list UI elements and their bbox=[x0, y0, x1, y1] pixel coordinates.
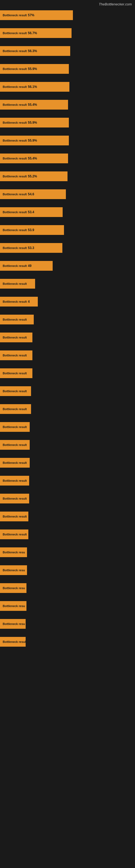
bar-row: Bottleneck result54.6 bbox=[0, 186, 135, 202]
bar: Bottleneck result55.9% bbox=[0, 135, 69, 145]
bar-row: Bottleneck result bbox=[0, 276, 135, 291]
bar-label: Bottleneck result bbox=[2, 479, 27, 482]
bar-wrapper: Bottleneck result bbox=[0, 635, 135, 648]
bar-label: Bottleneck result bbox=[2, 390, 27, 393]
bar-wrapper: Bottleneck result4 bbox=[0, 295, 135, 308]
bar-wrapper: Bottleneck result bbox=[0, 349, 135, 362]
bar-wrapper: Bottleneck result bbox=[0, 510, 135, 523]
row-divider bbox=[0, 130, 135, 133]
bar-label: Bottleneck result bbox=[2, 67, 27, 70]
bar-value: 55.9% bbox=[28, 138, 37, 143]
bar-wrapper: Bottleneck result55.9% bbox=[0, 134, 135, 147]
bar-wrapper: Bottleneck result55.2% bbox=[0, 170, 135, 183]
bar-value: 55.4% bbox=[28, 156, 37, 160]
bar: Bottleneck result53.4 bbox=[0, 207, 63, 217]
bar-label: Bottleneck result bbox=[2, 515, 27, 518]
bar-value: 4 bbox=[28, 300, 30, 304]
row-divider bbox=[0, 363, 135, 365]
bar: Bottleneck result4 bbox=[0, 297, 38, 307]
bar-value: 55.2% bbox=[28, 175, 37, 178]
row-divider bbox=[0, 560, 135, 562]
row-divider bbox=[0, 506, 135, 508]
bar-wrapper: Bottleneck resu bbox=[0, 599, 135, 613]
bar-row: Bottleneck result bbox=[0, 473, 135, 489]
bar-wrapper: Bottleneck result bbox=[0, 277, 135, 290]
bar-label: Bottleneck result bbox=[2, 533, 27, 536]
row-divider bbox=[0, 77, 135, 79]
bar-value: 55.9% bbox=[28, 121, 37, 124]
bar: Bottleneck result56.7% bbox=[0, 28, 72, 38]
bar-value: 53.9 bbox=[28, 228, 34, 232]
bar: Bottleneck result bbox=[0, 315, 34, 324]
bar-label: Bottleneck result bbox=[2, 354, 27, 357]
row-divider bbox=[0, 202, 135, 204]
bar-label: Bottleneck result bbox=[2, 497, 27, 500]
row-divider bbox=[0, 95, 135, 97]
bar-row: Bottleneck result55.9% bbox=[0, 133, 135, 148]
row-divider bbox=[0, 399, 135, 401]
bar-wrapper: Bottleneck result bbox=[0, 421, 135, 433]
bar-value: 53.4 bbox=[28, 210, 34, 214]
bar-wrapper: Bottleneck result bbox=[0, 438, 135, 452]
bar-row: Bottleneck result bbox=[0, 491, 135, 506]
bar-row: Bottleneck result53.4 bbox=[0, 204, 135, 220]
bar-row: Bottleneck result53.3 bbox=[0, 240, 135, 256]
row-divider bbox=[0, 310, 135, 312]
bar-wrapper: Bottleneck result55.9% bbox=[0, 62, 135, 75]
bar-label: Bottleneck result bbox=[2, 31, 27, 35]
row-divider bbox=[0, 220, 135, 222]
bar-label: Bottleneck result bbox=[2, 318, 27, 321]
bar-value: 56.3% bbox=[28, 49, 37, 53]
bar-wrapper: Bottleneck resu bbox=[0, 564, 135, 577]
bar: Bottleneck result bbox=[0, 440, 30, 450]
row-divider bbox=[0, 381, 135, 383]
row-divider bbox=[0, 328, 135, 330]
bar-value: 56.1% bbox=[28, 85, 37, 89]
bar: Bottleneck result56.3% bbox=[0, 46, 70, 56]
bar: Bottleneck result bbox=[0, 279, 35, 289]
bar-row: Bottleneck result56.3% bbox=[0, 43, 135, 59]
bar-label: Bottleneck result bbox=[2, 336, 27, 339]
bar-wrapper: Bottleneck result54.6 bbox=[0, 188, 135, 201]
bar-label: Bottleneck result bbox=[2, 157, 27, 160]
bar: Bottleneck result bbox=[0, 368, 32, 378]
bar: Bottleneck result56.1% bbox=[0, 82, 70, 92]
bar-wrapper: Bottleneck result56.1% bbox=[0, 80, 135, 93]
bar-row: Bottleneck result bbox=[0, 527, 135, 542]
row-divider bbox=[0, 23, 135, 25]
bar: Bottleneck resu bbox=[0, 601, 27, 611]
bar-row: Bottleneck result55.9% bbox=[0, 61, 135, 77]
bar-label: Bottleneck resu bbox=[2, 568, 25, 572]
bar-row: Bottleneck result56.7% bbox=[0, 25, 135, 41]
row-divider bbox=[0, 345, 135, 347]
row-divider bbox=[0, 435, 135, 437]
bar-wrapper: Bottleneck result bbox=[0, 474, 135, 487]
bar-row: Bottleneck resu bbox=[0, 616, 135, 632]
bar: Bottleneck result53.9 bbox=[0, 225, 64, 235]
bar: Bottleneck result57% bbox=[0, 10, 73, 20]
bar-row: Bottleneck result49 bbox=[0, 258, 135, 274]
bar-label: Bottleneck resu bbox=[2, 586, 25, 590]
row-divider bbox=[0, 471, 135, 473]
bar-label: Bottleneck result bbox=[2, 139, 27, 142]
bar-row: Bottleneck result57% bbox=[0, 7, 135, 23]
bar-value: 53.3 bbox=[28, 246, 34, 250]
bar-label: Bottleneck result bbox=[2, 640, 27, 643]
bar-label: Bottleneck result bbox=[2, 85, 27, 88]
bar-row: Bottleneck result bbox=[0, 312, 135, 328]
bar-label: Bottleneck result bbox=[2, 211, 27, 214]
bar-label: Bottleneck result bbox=[2, 121, 27, 124]
bar-row: Bottleneck result4 bbox=[0, 294, 135, 310]
bar: Bottleneck resu bbox=[0, 583, 27, 593]
bar-value: 55.4% bbox=[28, 103, 37, 106]
bar-wrapper: Bottleneck result56.7% bbox=[0, 27, 135, 40]
bar-wrapper: Bottleneck result49 bbox=[0, 259, 135, 272]
bar: Bottleneck result55.2% bbox=[0, 172, 68, 181]
bar-label: Bottleneck result bbox=[2, 228, 27, 231]
row-divider bbox=[0, 41, 135, 43]
bar-wrapper: Bottleneck result bbox=[0, 331, 135, 344]
bar: Bottleneck resu bbox=[0, 565, 27, 575]
bar-value: 49 bbox=[28, 264, 31, 268]
bar-label: Bottleneck result bbox=[2, 282, 27, 285]
bar-row: Bottleneck result56.1% bbox=[0, 79, 135, 95]
